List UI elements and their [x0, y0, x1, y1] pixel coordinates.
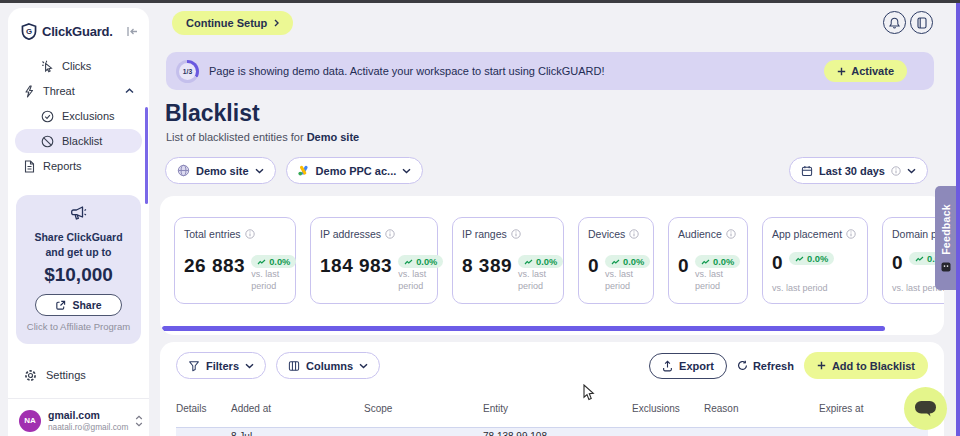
column-header-exclusions[interactable]: Exclusions	[632, 403, 704, 414]
column-header-reason[interactable]: Reason	[704, 403, 819, 414]
sidebar-item-reports[interactable]: Reports	[15, 154, 142, 178]
lightning-icon	[23, 85, 35, 98]
stat-value: 0	[772, 252, 783, 274]
info-icon	[891, 166, 901, 176]
export-button[interactable]: Export	[649, 353, 727, 379]
refresh-label: Refresh	[753, 360, 794, 372]
stat-label: IP ranges	[462, 228, 507, 240]
info-icon[interactable]	[846, 229, 856, 239]
sidebar-item-settings[interactable]: Settings	[8, 365, 149, 385]
chat-widget-button[interactable]	[904, 387, 947, 430]
info-icon[interactable]	[385, 229, 395, 239]
site-selector[interactable]: Demo site	[165, 157, 276, 184]
column-header-entity[interactable]: Entity	[483, 403, 632, 414]
date-range-value: Last 30 days	[819, 165, 885, 177]
topbar-actions	[883, 11, 933, 34]
chevron-down-icon	[359, 363, 368, 369]
column-header-details[interactable]: Details	[176, 403, 231, 414]
trend-up-icon	[257, 259, 266, 265]
trend-badge: 0.0%	[695, 255, 740, 268]
continue-setup-label: Continue Setup	[186, 17, 267, 29]
feedback-tab[interactable]: Feedback	[935, 186, 956, 290]
right-accent-strip	[956, 3, 960, 436]
docs-button[interactable]	[910, 11, 933, 34]
trend-badge: 0.0%	[605, 255, 650, 268]
promo-text: Share ClickGuard and get up to	[22, 230, 135, 259]
user-menu[interactable]: NA gmail.com naatali.ro@gmail.com	[8, 399, 149, 432]
chevron-down-icon	[907, 168, 916, 174]
affiliate-caption: Click to Affiliate Program	[22, 321, 135, 332]
stat-value: 0	[892, 252, 903, 274]
stat-label: Devices	[588, 228, 625, 240]
chevron-down-icon	[402, 168, 411, 174]
promo-amount: $10,000	[22, 264, 135, 286]
activate-button[interactable]: Activate	[824, 60, 907, 82]
external-link-icon	[55, 300, 66, 311]
ppc-account-selector[interactable]: Demo PPC ac...	[286, 157, 424, 184]
stat-card-devices: Devices 0 0.0% vs. last period	[578, 217, 654, 304]
vs-period-label: vs. last period	[772, 283, 828, 295]
demo-data-banner: 1/3 Page is showing demo data. Activate …	[166, 52, 934, 90]
vs-period-label: vs. last period	[605, 269, 650, 292]
vs-period-label: vs. last period	[518, 269, 563, 292]
column-header-scope[interactable]: Scope	[364, 403, 483, 414]
subtitle-site-name: Demo site	[307, 131, 360, 143]
add-to-blacklist-label: Add to Blacklist	[832, 360, 915, 372]
horizontal-scrollbar-thumb[interactable]	[162, 326, 885, 331]
share-label: Share	[72, 299, 101, 311]
sidebar-item-blacklist[interactable]: Blacklist	[15, 129, 142, 153]
avatar: NA	[19, 410, 41, 432]
chevron-updown-icon[interactable]	[135, 415, 143, 427]
setup-progress-step: 1/3	[179, 63, 196, 80]
collapse-sidebar-icon[interactable]	[126, 26, 139, 37]
notifications-button[interactable]	[883, 11, 906, 34]
google-ads-icon	[298, 165, 310, 176]
export-label: Export	[679, 360, 714, 372]
stat-card-total-entries: Total entries 26 883 0.0% vs. last perio…	[174, 217, 296, 304]
chevron-up-icon[interactable]	[125, 88, 134, 94]
stats-row: Total entries 26 883 0.0% vs. last perio…	[160, 196, 944, 304]
brand-row: G ClickGuard.	[8, 8, 149, 54]
filters-button[interactable]: Filters	[176, 352, 266, 379]
add-to-blacklist-button[interactable]: Add to Blacklist	[804, 352, 928, 379]
affiliate-promo-card[interactable]: Share ClickGuard and get up to $10,000 S…	[16, 195, 141, 344]
refresh-button[interactable]: Refresh	[737, 360, 794, 372]
table-row[interactable]: 8 Jul 78.138.99.108	[176, 427, 928, 436]
mouse-cursor	[583, 384, 595, 401]
top-border-strip	[0, 0, 960, 3]
filters-label: Filters	[206, 360, 239, 372]
date-range-selector[interactable]: Last 30 days	[789, 157, 928, 184]
sidebar-item-label: Clicks	[62, 60, 91, 72]
info-icon[interactable]	[511, 229, 521, 239]
stat-label: Total entries	[184, 228, 241, 240]
vs-period-label: vs. last period	[251, 269, 296, 292]
feedback-label: Feedback	[940, 204, 952, 255]
info-icon[interactable]	[629, 229, 639, 239]
continue-setup-button[interactable]: Continue Setup	[172, 11, 293, 35]
trend-up-icon	[404, 259, 413, 265]
sidebar-item-clicks[interactable]: Clicks	[15, 54, 142, 78]
share-button[interactable]: Share	[35, 294, 121, 316]
calendar-icon	[801, 165, 813, 177]
columns-button[interactable]: Columns	[276, 352, 380, 379]
sidebar-scrollbar-thumb[interactable]	[145, 107, 148, 204]
bell-icon	[889, 17, 900, 29]
user-name: gmail.com	[48, 409, 128, 421]
columns-label: Columns	[306, 360, 353, 372]
info-icon[interactable]	[245, 229, 255, 239]
page-subtitle: List of blacklisted entities for Demo si…	[166, 131, 359, 143]
cell-entity: 78.138.99.108	[483, 431, 632, 436]
table-toolbar: Filters Columns Export Refresh Add to Bl…	[176, 352, 928, 379]
stat-value: 184 983	[320, 255, 392, 277]
column-header-added-at[interactable]: Added at	[231, 403, 364, 414]
sidebar-item-exclusions[interactable]: Exclusions	[15, 104, 142, 128]
trend-up-icon	[915, 256, 924, 262]
subtitle-text: List of blacklisted entities for	[166, 131, 307, 143]
trend-up-icon	[795, 256, 804, 262]
stat-value: 0	[588, 255, 599, 277]
sidebar-item-threat[interactable]: Threat	[15, 79, 142, 103]
info-icon[interactable]	[726, 229, 736, 239]
chat-bubble-icon	[914, 400, 937, 418]
columns-icon	[288, 360, 300, 372]
chevron-down-icon	[245, 363, 254, 369]
